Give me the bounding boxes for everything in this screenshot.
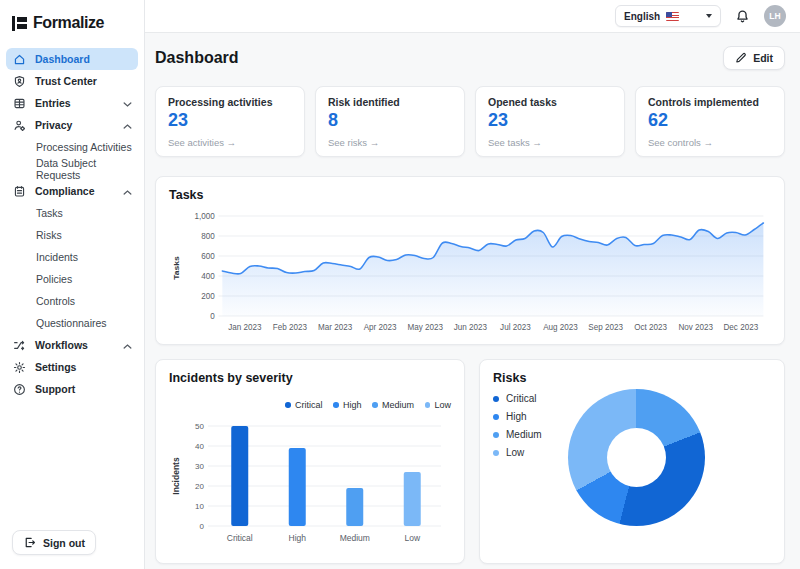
sidebar-item-privacy[interactable]: Privacy: [6, 114, 138, 136]
legend-label: Critical: [295, 400, 323, 410]
svg-text:Feb 2023: Feb 2023: [273, 322, 308, 332]
sidebar-subitem-label: Data Subject Requests: [36, 157, 132, 181]
legend-dot: [493, 414, 499, 420]
content: Dashboard Edit Processing activities 23 …: [145, 33, 800, 569]
sidebar-item-support[interactable]: Support: [6, 378, 138, 400]
clipboard-icon: [12, 184, 27, 199]
svg-text:Apr 2023: Apr 2023: [364, 322, 397, 332]
legend-label: Low: [506, 447, 524, 458]
sign-out-button[interactable]: Sign out: [12, 530, 96, 555]
svg-text:400: 400: [201, 271, 215, 281]
svg-text:Mar 2023: Mar 2023: [318, 322, 353, 332]
legend-label: High: [506, 411, 527, 422]
risks-chart-card: Risks CriticalHighMediumLow: [479, 359, 785, 564]
sidebar-nav: Dashboard Trust Center Entries Privacy: [0, 48, 144, 400]
brand-name: Formalize: [33, 14, 104, 32]
sidebar-item-label: Support: [35, 383, 75, 395]
stat-value: 23: [488, 110, 612, 131]
stat-value: 23: [168, 110, 292, 131]
avatar[interactable]: LH: [764, 5, 786, 27]
svg-text:High: High: [289, 533, 307, 543]
svg-text:600: 600: [201, 251, 215, 261]
edit-button[interactable]: Edit: [723, 46, 785, 70]
svg-text:Dec 2023: Dec 2023: [724, 322, 759, 332]
sidebar-item-data-subject-requests[interactable]: Data Subject Requests: [6, 158, 138, 180]
svg-text:Incidents: Incidents: [171, 457, 181, 495]
sidebar-item-questionnaires[interactable]: Questionnaires: [6, 312, 138, 334]
svg-text:0: 0: [200, 522, 205, 531]
legend-item-high[interactable]: High: [333, 400, 361, 410]
legend-dot: [493, 396, 499, 402]
incidents-bar-chart: 01020304050IncidentsCriticalHighMediumLo…: [169, 411, 453, 553]
see-risks-link[interactable]: See risks →: [328, 137, 452, 148]
sidebar-item-trust-center[interactable]: Trust Center: [6, 70, 138, 92]
brand-logo: Formalize: [0, 0, 144, 48]
pencil-icon: [735, 52, 747, 64]
sidebar-subitem-label: Controls: [36, 295, 75, 307]
svg-text:Nov 2023: Nov 2023: [678, 322, 713, 332]
sidebar-item-label: Dashboard: [35, 53, 90, 65]
legend-dot: [285, 402, 291, 408]
svg-text:Oct 2023: Oct 2023: [634, 322, 667, 332]
legend-dot: [425, 402, 431, 408]
svg-text:Critical: Critical: [227, 533, 253, 543]
sidebar-item-processing-activities[interactable]: Processing Activities: [6, 136, 138, 158]
sidebar-item-label: Trust Center: [35, 75, 97, 87]
caret-down-icon: [706, 14, 712, 18]
sidebar-item-dashboard[interactable]: Dashboard: [6, 48, 138, 70]
stat-value: 62: [648, 110, 772, 131]
sidebar-item-controls[interactable]: Controls: [6, 290, 138, 312]
legend-item-low[interactable]: Low: [425, 400, 451, 410]
svg-text:20: 20: [195, 482, 204, 491]
risks-donut-chart: [568, 389, 705, 526]
svg-text:30: 30: [195, 462, 204, 471]
edit-button-label: Edit: [753, 52, 773, 64]
legend-label: Low: [434, 400, 451, 410]
sign-out-label: Sign out: [43, 537, 85, 549]
sidebar-item-tasks[interactable]: Tasks: [6, 202, 138, 224]
sidebar-item-label: Settings: [35, 361, 76, 373]
us-flag-icon: [666, 12, 679, 21]
legend-item-critical[interactable]: Critical: [285, 400, 322, 410]
page-title: Dashboard: [155, 49, 239, 67]
see-activities-link[interactable]: See activities →: [168, 137, 292, 148]
stat-card-controls-implemented: Controls implemented 62 See controls →: [635, 86, 785, 157]
sidebar-item-workflows[interactable]: Workflows: [6, 334, 138, 356]
trust-badge-icon: [12, 74, 27, 89]
sidebar-item-label: Workflows: [35, 339, 88, 351]
svg-text:Low: Low: [404, 533, 420, 543]
chevron-up-icon: [123, 185, 132, 197]
tasks-chart-title: Tasks: [169, 188, 771, 202]
legend-dot: [493, 432, 499, 438]
sidebar-item-entries[interactable]: Entries: [6, 92, 138, 114]
gear-icon: [12, 360, 27, 375]
legend-label: Medium: [506, 429, 542, 440]
stat-card-risk-identified: Risk identified 8 See risks →: [315, 86, 465, 157]
sidebar-item-policies[interactable]: Policies: [6, 268, 138, 290]
logout-icon: [23, 536, 36, 549]
sidebar-item-settings[interactable]: Settings: [6, 356, 138, 378]
sidebar-item-risks[interactable]: Risks: [6, 224, 138, 246]
stat-value: 8: [328, 110, 452, 131]
svg-text:1,000: 1,000: [194, 211, 215, 221]
svg-text:Aug 2023: Aug 2023: [543, 322, 578, 332]
workflow-icon: [12, 338, 27, 353]
legend-item-medium[interactable]: Medium: [372, 400, 414, 410]
stat-label: Opened tasks: [488, 96, 612, 108]
sidebar-item-incidents[interactable]: Incidents: [6, 246, 138, 268]
language-select[interactable]: English: [615, 5, 721, 27]
see-controls-link[interactable]: See controls →: [648, 137, 772, 148]
stat-card-opened-tasks: Opened tasks 23 See tasks →: [475, 86, 625, 157]
sidebar-item-compliance[interactable]: Compliance: [6, 180, 138, 202]
bell-icon[interactable]: [735, 9, 750, 24]
stat-label: Risk identified: [328, 96, 452, 108]
risks-chart-title: Risks: [493, 371, 771, 385]
svg-text:40: 40: [195, 442, 204, 451]
chevron-up-icon: [123, 119, 132, 131]
tasks-line-chart: 02004006008001,000TasksJan 2023Feb 2023M…: [169, 202, 771, 334]
chevron-up-icon: [123, 339, 132, 351]
stat-card-processing-activities: Processing activities 23 See activities …: [155, 86, 305, 157]
svg-text:Jun 2023: Jun 2023: [454, 322, 488, 332]
sidebar-subitem-label: Policies: [36, 273, 72, 285]
see-tasks-link[interactable]: See tasks →: [488, 137, 612, 148]
